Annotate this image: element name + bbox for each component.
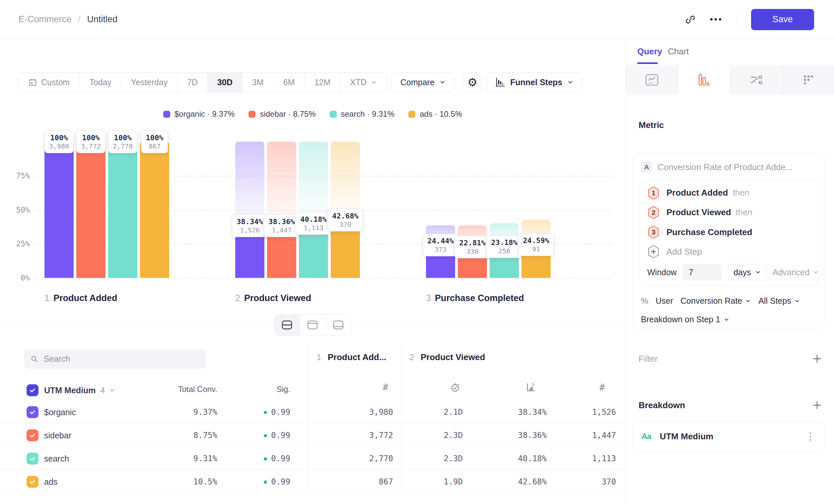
measure-scope-dropdown[interactable]: All Steps <box>759 296 800 306</box>
legend-item-ads[interactable]: ads · 10.5% <box>409 109 462 119</box>
insights-chart-tab[interactable] <box>626 65 678 95</box>
funnel-bar-step1-$organic <box>44 142 74 278</box>
value-chip-step1-sidebar: 100%3,772 <box>76 131 106 153</box>
chart-mode-label: Funnel Steps <box>510 77 562 87</box>
range-3m[interactable]: 3M <box>242 73 274 92</box>
gear-icon: ⚙ <box>467 76 477 89</box>
advanced-toggle[interactable]: Advanced <box>773 268 819 277</box>
bottom-view-button[interactable] <box>325 315 351 335</box>
breakdown-column-header[interactable]: UTM Medium 4 <box>26 380 115 400</box>
step-event-name: Product Added <box>666 188 728 198</box>
select-all-checkbox[interactable] <box>26 384 39 396</box>
chip-rate: 22.81% <box>459 239 485 247</box>
save-button[interactable]: Save <box>751 9 814 30</box>
funnel-bar-fade-step2-sidebar <box>267 142 296 226</box>
cell-step2_count: 1,447 <box>550 424 616 447</box>
measure-entity[interactable]: User <box>656 296 673 306</box>
total-conv-header[interactable]: Total Conv. <box>142 385 217 394</box>
step-number: 1 <box>44 293 49 303</box>
query-step-1[interactable]: 1 Product Added then <box>640 183 818 203</box>
step-number-hexagon: 3 <box>647 225 660 239</box>
range-yesterday[interactable]: Yesterday <box>122 73 177 92</box>
value-chip-step1-$organic: 100%3,980 <box>44 131 74 153</box>
cell-step2_time: 2.3D <box>407 424 463 447</box>
range-custom[interactable]: Custom <box>19 73 80 92</box>
funnels-chart-tab[interactable] <box>678 65 730 95</box>
legend-item-search[interactable]: search · 9.31% <box>330 109 394 119</box>
metric-label-row[interactable]: A Conversion Rate of Product Adde... <box>641 161 817 173</box>
cell-sig: 0.99 <box>229 470 290 494</box>
window-unit-select[interactable]: days <box>728 264 767 280</box>
breakdown-on-dropdown[interactable]: Breakdown on Step 1 <box>641 315 729 324</box>
query-step-3[interactable]: 3 Purchase Completed <box>640 222 818 242</box>
row-checkbox-sidebar[interactable] <box>26 429 39 441</box>
window-value-input[interactable] <box>683 264 722 280</box>
chart-settings-button[interactable]: ⚙ <box>463 73 482 92</box>
chip-count: 867 <box>146 142 163 150</box>
range-12m[interactable]: 12M <box>305 73 341 92</box>
check-icon <box>28 455 37 462</box>
range-xtd[interactable]: XTD <box>341 73 387 92</box>
legend-swatch <box>409 111 415 118</box>
funnel-steps-card: 1 Product Added then 2 Product Viewed th… <box>640 180 818 286</box>
legend-item-$organic[interactable]: $organic · 9.37% <box>163 109 235 119</box>
compare-button[interactable]: Compare <box>392 72 455 92</box>
range-today[interactable]: Today <box>80 73 122 92</box>
add-breakdown-button[interactable] <box>812 400 822 411</box>
legend-item-sidebar[interactable]: sidebar · 8.75% <box>248 109 315 119</box>
breadcrumb-project[interactable]: E-Commerce <box>19 14 71 25</box>
range-6m[interactable]: 6M <box>274 73 305 92</box>
legend-label: sidebar · 8.75% <box>260 109 315 119</box>
y-axis-tick: 0% <box>5 273 30 283</box>
chip-rate: 40.18% <box>300 215 326 224</box>
tab-chart[interactable]: Chart <box>668 46 689 57</box>
breakdown-property-card[interactable]: Aa UTM Medium ⋮ <box>633 421 825 452</box>
chevron-down-icon <box>755 269 761 275</box>
add-filter-button[interactable] <box>812 353 822 364</box>
table-row-sidebar[interactable]: sidebar8.75%0.993,7722.3D38.36%1,447 <box>0 424 626 447</box>
flows-chart-tab[interactable] <box>730 65 783 95</box>
tab-query[interactable]: Query <box>637 46 662 57</box>
step-name: Product Added <box>53 293 117 303</box>
copy-link-button[interactable] <box>685 14 696 25</box>
conversion-window-row: Window days Advanced <box>640 262 818 282</box>
table-row-ads[interactable]: ads10.5%0.998671.9D42.68%370 <box>0 470 626 494</box>
chart-mode-dropdown[interactable]: Funnel Steps <box>487 72 582 92</box>
table-step1-header: 1 Product Add... <box>316 352 386 362</box>
value-chip-step2-$organic: 38.34%1,526 <box>232 214 267 237</box>
metric-letter-badge: A <box>641 161 652 173</box>
measure-metric-dropdown[interactable]: Conversion Rate <box>680 296 751 306</box>
range-30d[interactable]: 30D <box>208 73 242 92</box>
funnel-bar-step1-sidebar <box>76 142 106 278</box>
split-view-button[interactable] <box>275 315 300 335</box>
legend-swatch <box>163 111 170 118</box>
cell-step2_rate: 38.36% <box>471 424 547 447</box>
step-number-hexagon: 1 <box>647 186 660 200</box>
chip-rate: 24.59% <box>523 236 549 245</box>
breadcrumb-report-title[interactable]: Untitled <box>87 14 118 25</box>
row-checkbox-search[interactable] <box>26 453 39 464</box>
step-number: 3 <box>426 293 431 303</box>
search-input[interactable] <box>44 354 200 364</box>
metric-card: A Conversion Rate of Product Adde... 1 P… <box>633 153 825 328</box>
sig-header[interactable]: Sig. <box>229 385 290 394</box>
add-step-button[interactable]: Add Step <box>640 242 818 261</box>
more-menu-button[interactable]: ••• <box>710 14 723 25</box>
query-step-2[interactable]: 2 Product Viewed then <box>640 203 818 222</box>
retention-chart-tab[interactable] <box>783 65 834 95</box>
table-row-$organic[interactable]: $organic9.37%0.993,9802.1D38.34%1,526 <box>0 400 626 424</box>
breadcrumb-separator: / <box>78 14 81 25</box>
table-row-search[interactable]: search9.31%0.992,7702.3D40.18%1,113 <box>0 447 626 470</box>
breakdown-section: Breakdown <box>639 400 822 411</box>
top-view-icon <box>307 320 318 329</box>
row-checkbox-$organic[interactable] <box>26 406 39 418</box>
cell-total: 9.31% <box>142 447 217 470</box>
kebab-menu-icon[interactable]: ⋮ <box>806 433 815 440</box>
chart-type-tabs <box>626 65 834 95</box>
funnel-bar-fade-step2-$organic <box>235 142 264 226</box>
row-checkbox-ads[interactable] <box>26 476 39 488</box>
range-7d[interactable]: 7D <box>177 73 208 92</box>
plus-icon <box>812 400 822 411</box>
cell-step2_count: 1,526 <box>550 400 616 424</box>
top-view-button[interactable] <box>300 315 325 335</box>
